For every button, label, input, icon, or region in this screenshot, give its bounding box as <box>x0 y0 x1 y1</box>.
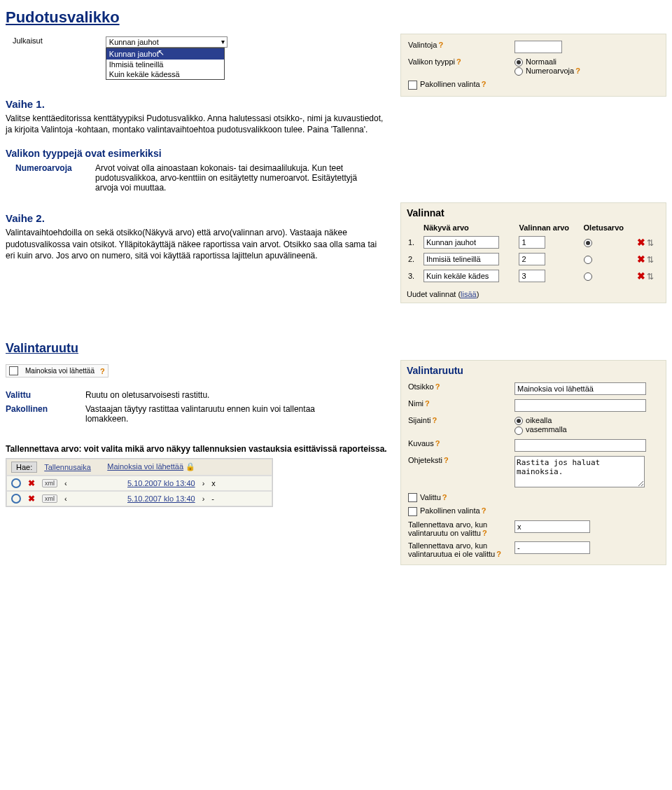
radio-normal[interactable] <box>514 58 523 67</box>
nav-next[interactable]: › <box>202 479 205 487</box>
move-icon[interactable]: ⇅ <box>647 238 654 248</box>
add-new-close: ) <box>477 290 479 298</box>
required-checkbox[interactable] <box>408 81 417 90</box>
col-default: Oletusarvo <box>582 221 635 234</box>
pakollinen-checkbox[interactable] <box>408 507 417 516</box>
view-icon[interactable] <box>11 478 21 488</box>
lock-icon: 🔒 <box>186 462 195 471</box>
col-tallennusaika[interactable]: Tallennusaika <box>44 463 91 471</box>
ohje-label: Ohjeteksti <box>408 456 442 464</box>
cursor-icon: ↖ <box>158 48 164 57</box>
help-icon[interactable]: ? <box>435 382 440 391</box>
julkaisut-label: Julkaisut <box>13 36 43 45</box>
numeroarvoja-def: Arvot voivat olla ainoastaan kokonais- t… <box>95 163 361 193</box>
required-label: Pakollinen valinta <box>420 80 480 88</box>
pakollinen-def: Vastaajan täytyy rastittaa valintaruutu … <box>85 404 337 424</box>
radio-left[interactable] <box>514 427 523 435</box>
default-radio[interactable] <box>584 272 592 281</box>
col-label: Näkyvä arvo <box>422 221 517 234</box>
valintaruutu-heading: Valintaruutu <box>6 341 666 356</box>
row-value: x <box>211 479 267 487</box>
help-icon[interactable]: ? <box>496 550 501 558</box>
radio-right[interactable] <box>514 417 523 425</box>
help-icon[interactable]: ? <box>444 456 449 464</box>
type-label: Valikon tyyppi <box>408 57 455 66</box>
opt-label-input[interactable] <box>424 270 499 282</box>
page-title: Pudotusvalikko <box>6 8 666 27</box>
nimi-input[interactable] <box>514 399 646 412</box>
table-row: 3. ✖⇅ <box>407 268 660 284</box>
delete-icon[interactable]: ✖ <box>637 254 645 265</box>
help-icon[interactable]: ? <box>482 506 486 515</box>
row-time[interactable]: 5.10.2007 klo 13:40 <box>127 494 195 503</box>
help-icon[interactable]: ? <box>456 57 461 66</box>
help-icon[interactable]: ? <box>100 367 105 375</box>
delete-icon[interactable]: ✖ <box>637 237 645 248</box>
row-time[interactable]: 5.10.2007 klo 13:40 <box>127 479 195 487</box>
help-icon[interactable]: ? <box>438 41 443 49</box>
opt-label-input[interactable] <box>424 236 499 249</box>
delete-icon[interactable]: ✖ <box>28 494 35 504</box>
valintaruutu-panel: Valintaruutu Otsikko? Nimi? Sijainti? oi… <box>400 360 666 564</box>
help-icon[interactable]: ? <box>435 439 440 448</box>
dropdown-list[interactable]: Kunnan jauhot↖ Ihmisiä telineillä Kuin k… <box>106 48 225 80</box>
table-row: 2. ✖⇅ <box>407 251 660 268</box>
help-icon[interactable]: ? <box>575 67 580 75</box>
default-radio[interactable] <box>584 256 592 264</box>
kuvaus-input[interactable] <box>514 439 646 452</box>
move-icon[interactable]: ⇅ <box>647 255 654 265</box>
view-icon[interactable] <box>11 494 21 504</box>
tal-true-input[interactable] <box>514 520 590 533</box>
vaihe2-title: Vaihe 2. <box>6 212 388 224</box>
numeroarvoja-term: Numeroarvoja <box>15 163 85 173</box>
xml-badge[interactable]: xml <box>42 494 57 503</box>
radio-normal-label: Normaali <box>526 57 556 66</box>
otsikko-input[interactable] <box>514 382 646 395</box>
radio-left-label: vasemmalla <box>526 425 567 434</box>
pakollinen-label: Pakollinen valinta <box>420 506 480 515</box>
nav-next[interactable]: › <box>202 494 205 503</box>
help-icon[interactable]: ? <box>482 80 486 88</box>
opt-value-input[interactable] <box>519 236 545 249</box>
help-icon[interactable]: ? <box>482 529 487 537</box>
nav-prev[interactable]: ‹ <box>64 494 120 503</box>
preview-checkbox[interactable] <box>9 366 18 375</box>
dropdown-option[interactable]: Kuin kekäle kädessä <box>106 69 224 79</box>
preview-label: Mainoksia voi lähettää <box>25 367 94 375</box>
dropdown-selected[interactable]: Kunnan jauhot <box>106 36 227 48</box>
opt-value-input[interactable] <box>519 270 545 282</box>
delete-icon[interactable]: ✖ <box>637 270 645 282</box>
panel-title: Valintaruutu <box>407 365 660 376</box>
pakollinen-term: Pakollinen <box>6 404 76 414</box>
valintoja-input[interactable] <box>514 41 562 53</box>
valittu-checkbox[interactable] <box>408 493 417 502</box>
tal-true-label: Tallennettava arvo, kun valintaruutu on … <box>408 520 487 537</box>
dropdown-option[interactable]: Kunnan jauhot↖ <box>106 48 224 60</box>
help-icon[interactable]: ? <box>425 399 430 408</box>
radio-numeric[interactable] <box>514 67 523 76</box>
radio-numeric-label: Numeroarvoja <box>526 67 574 75</box>
nav-prev[interactable]: ‹ <box>64 479 120 487</box>
vaihe2-text: Valintavaihtoehdoilla on sekä otsikko(Nä… <box>6 227 388 261</box>
delete-icon[interactable]: ✖ <box>28 478 35 488</box>
dropdown-option[interactable]: Ihmisiä telineillä <box>106 60 224 69</box>
col-mainoksia[interactable]: Mainoksia voi lähettää <box>107 462 183 471</box>
move-icon[interactable]: ⇅ <box>647 272 654 282</box>
tal-false-input[interactable] <box>514 541 590 554</box>
dropdown-demo[interactable]: Kunnan jauhot Kunnan jauhot↖ Ihmisiä tel… <box>106 36 227 48</box>
opt-value-input[interactable] <box>519 253 545 265</box>
ohje-textarea[interactable] <box>514 456 645 487</box>
otsikko-label: Otsikko <box>408 382 434 391</box>
nimi-label: Nimi <box>408 399 424 408</box>
help-icon[interactable]: ? <box>432 416 437 424</box>
valintoja-label: Valintoja <box>408 41 437 49</box>
default-radio[interactable] <box>584 239 592 247</box>
vaihe1-title: Vaihe 1. <box>6 98 388 110</box>
help-icon[interactable]: ? <box>442 493 447 501</box>
valinnat-panel: Valinnat Näkyvä arvo Valinnan arvo Oletu… <box>400 202 666 303</box>
valittu-def: Ruutu on oletusarvoisesti rastittu. <box>85 390 388 400</box>
xml-badge[interactable]: xml <box>42 479 57 487</box>
add-link[interactable]: lisää <box>461 290 477 298</box>
valinnat-title: Valinnat <box>407 207 660 219</box>
opt-label-input[interactable] <box>424 253 499 265</box>
